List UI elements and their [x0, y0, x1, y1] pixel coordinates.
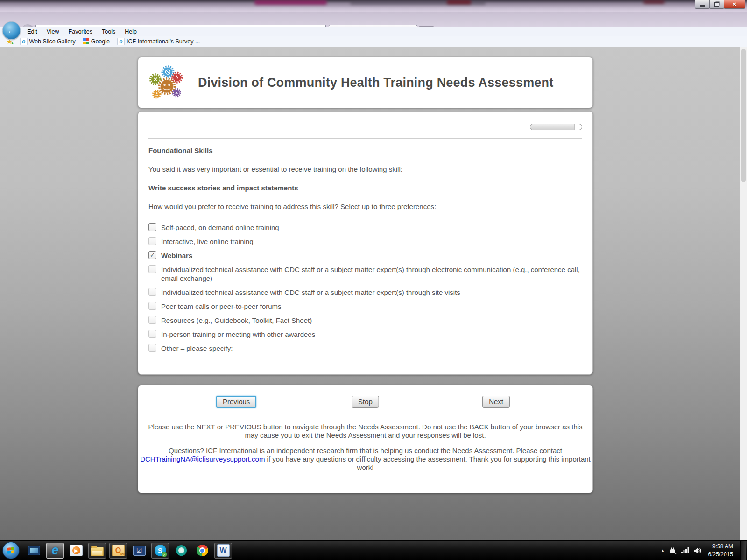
network-icon[interactable] — [681, 547, 689, 553]
menu-view[interactable]: View — [42, 28, 64, 35]
hidden-icons-arrow[interactable]: ▴ — [662, 547, 664, 553]
checkbox-label[interactable]: In-person training or meeting with other… — [161, 330, 315, 339]
checkbox-option[interactable]: Other – please specify: — [148, 344, 582, 353]
checkbox-option[interactable]: Webinars — [148, 251, 582, 260]
checkbox-option[interactable]: Self-paced, on demand online training — [148, 223, 582, 232]
window-title-bar: ✕ — [0, 0, 747, 12]
survey-footer-panel: Previous Stop Next Please use the NEXT o… — [138, 385, 593, 493]
contact-text-after: if you have any questions or difficulty … — [265, 455, 590, 471]
clock-time: 9:58 AM — [708, 543, 733, 550]
checkbox-label[interactable]: Individualized technical assistance with… — [161, 265, 582, 283]
word-icon: W — [217, 544, 230, 557]
next-button[interactable]: Next — [482, 396, 510, 408]
background-window-fragment — [254, 0, 327, 5]
favorite-label: ICF International's Survey ... — [127, 38, 200, 45]
favorite-web-slice-gallery[interactable]: e Web Slice Gallery — [17, 38, 78, 45]
checkbox[interactable] — [148, 330, 156, 338]
checkbox-option[interactable]: Individualized technical assistance with… — [148, 265, 582, 283]
taskbar-media-player-icon[interactable]: ▶ — [67, 543, 85, 559]
taskbar-outlook-icon[interactable]: O✉ — [109, 543, 127, 559]
taskbar: e ▶ O✉ ☑ S✓ W ▴ — [0, 540, 747, 560]
taskbar-word-icon[interactable]: W — [214, 543, 232, 559]
system-tray: ▴ 9:58 AM 6/25/2015 — [662, 541, 747, 560]
back-arrow-icon: ← — [7, 26, 16, 36]
progress-bar — [530, 124, 582, 130]
page-viewport: Division of Community Health Training Ne… — [0, 47, 747, 540]
browser-nav-row: ← → e https://www.icfsurvey.com/WebProd/… — [0, 12, 747, 27]
checkbox-label[interactable]: Peer team calls or peer-to-peer forums — [161, 302, 282, 311]
show-desktop-button[interactable] — [740, 541, 746, 560]
skype-icon: S✓ — [155, 545, 166, 556]
checkbox-label[interactable]: Interactive, live online training — [161, 237, 254, 246]
taskbar-clock[interactable]: 9:58 AM 6/25/2015 — [708, 543, 733, 558]
checkbox[interactable] — [148, 223, 156, 231]
checkbox[interactable] — [148, 288, 156, 296]
taskbar-skype-icon[interactable]: S✓ — [151, 543, 169, 559]
restore-button[interactable] — [709, 0, 724, 9]
checkbox[interactable] — [148, 237, 156, 245]
stop-button[interactable]: Stop — [352, 396, 379, 408]
power-icon[interactable] — [669, 547, 677, 554]
checkbox-option[interactable]: Interactive, live online training — [148, 237, 582, 246]
support-email-link[interactable]: DCHTrainingNA@icfisurveysupport.com — [140, 455, 265, 463]
taskbar-cisco-anyconnect-icon[interactable] — [172, 543, 190, 559]
section-title: Foundational Skills — [148, 146, 582, 155]
clock-date: 6/25/2015 — [708, 551, 733, 558]
checkbox[interactable] — [148, 344, 156, 352]
favorites-bar: ★ e Web Slice Gallery Google e ICF Inter… — [0, 36, 747, 47]
skill-text: Write success stories and impact stateme… — [148, 183, 582, 192]
dch-gears-logo — [149, 64, 184, 101]
menu-help[interactable]: Help — [120, 28, 141, 35]
menu-favorites[interactable]: Favorites — [64, 28, 97, 35]
checkbox-label[interactable]: Webinars — [161, 251, 192, 260]
divider — [148, 138, 582, 139]
taskbar-chrome-icon[interactable] — [193, 543, 211, 559]
taskbar-pc-checklist-icon[interactable]: ☑ — [130, 543, 148, 559]
windows-flag-icon — [7, 547, 14, 554]
page-title: Division of Community Health Training Ne… — [198, 76, 553, 90]
back-button[interactable]: ← — [2, 21, 21, 40]
checkbox[interactable] — [148, 265, 156, 273]
close-icon: ✕ — [732, 1, 736, 7]
minimize-icon — [700, 5, 705, 7]
background-window-fragment — [643, 0, 665, 4]
checkbox-label[interactable]: Self-paced, on demand online training — [161, 223, 279, 232]
checkbox[interactable] — [148, 251, 156, 259]
favorite-icf-survey[interactable]: e ICF International's Survey ... — [114, 38, 203, 45]
cisco-anyconnect-icon — [176, 545, 187, 556]
checkbox-label[interactable]: Individualized technical assistance with… — [161, 288, 460, 297]
background-window-fragment — [447, 0, 471, 4]
menu-edit[interactable]: Edit — [22, 28, 42, 35]
vertical-scrollbar[interactable] — [740, 47, 747, 540]
favorite-google[interactable]: Google — [80, 38, 113, 45]
checkbox[interactable] — [148, 316, 156, 324]
checkbox-label[interactable]: Resources (e.g., Guidebook, Toolkit, Fac… — [161, 316, 312, 325]
scrollbar-thumb[interactable] — [741, 49, 746, 182]
internet-explorer-icon: e — [51, 544, 58, 557]
folder-icon — [91, 547, 104, 556]
checkbox-option[interactable]: In-person training or meeting with other… — [148, 330, 582, 339]
survey-header-panel: Division of Community Health Training Ne… — [138, 57, 593, 108]
taskbar-file-explorer-icon[interactable] — [88, 543, 106, 559]
favorite-label: Google — [91, 38, 110, 45]
checkbox-option[interactable]: Peer team calls or peer-to-peer forums — [148, 302, 582, 311]
close-button[interactable]: ✕ — [724, 0, 745, 9]
question-text: How would you prefer to receive training… — [148, 202, 582, 211]
screen: ✕ ← → e https://www.icfsurvey.com/WebPro… — [0, 0, 747, 560]
checkbox[interactable] — [148, 302, 156, 310]
start-button[interactable] — [2, 542, 20, 559]
previous-button[interactable]: Previous — [216, 396, 256, 408]
options-list: Self-paced, on demand online training In… — [148, 223, 582, 353]
volume-icon[interactable] — [694, 547, 702, 554]
media-player-icon: ▶ — [70, 545, 83, 556]
window-controls: ✕ — [695, 0, 745, 9]
survey-question-panel: Foundational Skills You said it was very… — [138, 111, 593, 375]
taskbar-desktops-icon[interactable] — [25, 543, 43, 559]
checkbox-label[interactable]: Other – please specify: — [161, 344, 233, 353]
taskbar-internet-explorer-icon[interactable]: e — [46, 543, 64, 559]
menu-tools[interactable]: Tools — [97, 28, 120, 35]
page-icon: e — [20, 38, 28, 45]
minimize-button[interactable] — [695, 0, 710, 9]
checkbox-option[interactable]: Resources (e.g., Guidebook, Toolkit, Fac… — [148, 316, 582, 325]
checkbox-option[interactable]: Individualized technical assistance with… — [148, 288, 582, 297]
